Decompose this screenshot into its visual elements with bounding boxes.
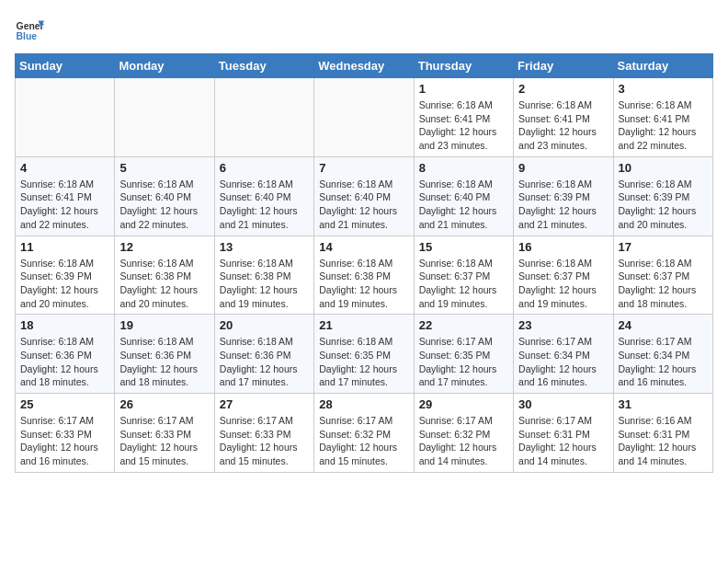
day-cell-25: 25Sunrise: 6:17 AMSunset: 6:33 PMDayligh… — [16, 394, 115, 473]
day-info: Sunrise: 6:17 AMSunset: 6:32 PMDaylight:… — [419, 414, 508, 468]
day-info: Sunrise: 6:18 AMSunset: 6:36 PMDaylight:… — [119, 335, 209, 389]
day-number: 28 — [319, 397, 408, 411]
day-cell-13: 13Sunrise: 6:18 AMSunset: 6:38 PMDayligh… — [214, 236, 313, 315]
day-info: Sunrise: 6:17 AMSunset: 6:33 PMDaylight:… — [119, 414, 209, 468]
dow-header-saturday: Saturday — [613, 54, 712, 78]
day-info: Sunrise: 6:17 AMSunset: 6:35 PMDaylight:… — [419, 335, 508, 389]
day-cell-6: 6Sunrise: 6:18 AMSunset: 6:40 PMDaylight… — [214, 156, 313, 236]
day-number: 7 — [319, 161, 408, 175]
day-cell-31: 31Sunrise: 6:16 AMSunset: 6:31 PMDayligh… — [613, 394, 712, 473]
empty-cell — [115, 78, 214, 157]
day-cell-29: 29Sunrise: 6:17 AMSunset: 6:32 PMDayligh… — [414, 394, 513, 473]
day-cell-21: 21Sunrise: 6:18 AMSunset: 6:35 PMDayligh… — [314, 315, 414, 394]
day-cell-19: 19Sunrise: 6:18 AMSunset: 6:36 PMDayligh… — [115, 315, 214, 394]
day-cell-1: 1Sunrise: 6:18 AMSunset: 6:41 PMDaylight… — [414, 78, 513, 157]
day-cell-18: 18Sunrise: 6:18 AMSunset: 6:36 PMDayligh… — [16, 315, 115, 394]
svg-text:Blue: Blue — [17, 31, 38, 41]
day-cell-4: 4Sunrise: 6:18 AMSunset: 6:41 PMDaylight… — [16, 156, 115, 236]
day-info: Sunrise: 6:18 AMSunset: 6:37 PMDaylight:… — [518, 257, 608, 311]
day-cell-28: 28Sunrise: 6:17 AMSunset: 6:32 PMDayligh… — [314, 394, 414, 473]
day-cell-11: 11Sunrise: 6:18 AMSunset: 6:39 PMDayligh… — [16, 236, 115, 315]
day-cell-20: 20Sunrise: 6:18 AMSunset: 6:36 PMDayligh… — [214, 315, 313, 394]
day-info: Sunrise: 6:18 AMSunset: 6:40 PMDaylight:… — [419, 178, 508, 232]
day-info: Sunrise: 6:18 AMSunset: 6:41 PMDaylight:… — [20, 178, 109, 232]
day-cell-3: 3Sunrise: 6:18 AMSunset: 6:41 PMDaylight… — [613, 78, 712, 157]
day-number: 31 — [619, 397, 708, 411]
day-cell-30: 30Sunrise: 6:17 AMSunset: 6:31 PMDayligh… — [514, 394, 613, 473]
day-info: Sunrise: 6:17 AMSunset: 6:34 PMDaylight:… — [518, 335, 608, 389]
dow-header-sunday: Sunday — [16, 54, 115, 78]
page-header: General Blue — [15, 15, 713, 44]
day-number: 16 — [518, 240, 608, 254]
day-cell-7: 7Sunrise: 6:18 AMSunset: 6:40 PMDaylight… — [314, 156, 414, 236]
day-number: 1 — [419, 82, 508, 96]
day-cell-14: 14Sunrise: 6:18 AMSunset: 6:38 PMDayligh… — [314, 236, 414, 315]
day-cell-2: 2Sunrise: 6:18 AMSunset: 6:41 PMDaylight… — [514, 78, 613, 157]
day-number: 29 — [419, 397, 508, 411]
empty-cell — [314, 78, 414, 157]
day-info: Sunrise: 6:18 AMSunset: 6:39 PMDaylight:… — [619, 178, 708, 232]
logo: General Blue — [15, 15, 44, 44]
day-number: 8 — [419, 161, 508, 175]
day-number: 12 — [119, 240, 209, 254]
dow-header-friday: Friday — [514, 54, 613, 78]
day-number: 18 — [20, 318, 109, 332]
day-number: 25 — [20, 397, 109, 411]
day-info: Sunrise: 6:18 AMSunset: 6:37 PMDaylight:… — [619, 257, 708, 311]
day-info: Sunrise: 6:18 AMSunset: 6:38 PMDaylight:… — [119, 257, 209, 311]
week-row-3: 11Sunrise: 6:18 AMSunset: 6:39 PMDayligh… — [16, 236, 713, 315]
day-info: Sunrise: 6:17 AMSunset: 6:33 PMDaylight:… — [220, 414, 309, 468]
day-info: Sunrise: 6:17 AMSunset: 6:34 PMDaylight:… — [619, 335, 708, 389]
day-number: 5 — [119, 161, 209, 175]
day-number: 19 — [119, 318, 209, 332]
day-cell-12: 12Sunrise: 6:18 AMSunset: 6:38 PMDayligh… — [115, 236, 214, 315]
day-number: 15 — [419, 240, 508, 254]
day-number: 2 — [518, 82, 608, 96]
day-info: Sunrise: 6:18 AMSunset: 6:40 PMDaylight:… — [119, 178, 209, 232]
day-cell-24: 24Sunrise: 6:17 AMSunset: 6:34 PMDayligh… — [613, 315, 712, 394]
week-row-5: 25Sunrise: 6:17 AMSunset: 6:33 PMDayligh… — [16, 394, 713, 473]
day-info: Sunrise: 6:17 AMSunset: 6:31 PMDaylight:… — [518, 414, 608, 468]
day-info: Sunrise: 6:16 AMSunset: 6:31 PMDaylight:… — [619, 414, 708, 468]
day-info: Sunrise: 6:18 AMSunset: 6:36 PMDaylight:… — [220, 335, 309, 389]
day-cell-5: 5Sunrise: 6:18 AMSunset: 6:40 PMDaylight… — [115, 156, 214, 236]
day-number: 3 — [619, 82, 708, 96]
day-number: 10 — [619, 161, 708, 175]
day-cell-15: 15Sunrise: 6:18 AMSunset: 6:37 PMDayligh… — [414, 236, 513, 315]
day-cell-27: 27Sunrise: 6:17 AMSunset: 6:33 PMDayligh… — [214, 394, 313, 473]
day-cell-17: 17Sunrise: 6:18 AMSunset: 6:37 PMDayligh… — [613, 236, 712, 315]
day-info: Sunrise: 6:18 AMSunset: 6:36 PMDaylight:… — [20, 335, 109, 389]
logo-icon: General Blue — [15, 15, 44, 44]
day-number: 24 — [619, 318, 708, 332]
day-info: Sunrise: 6:18 AMSunset: 6:38 PMDaylight:… — [319, 257, 408, 311]
dow-header-tuesday: Tuesday — [214, 54, 313, 78]
day-cell-22: 22Sunrise: 6:17 AMSunset: 6:35 PMDayligh… — [414, 315, 513, 394]
day-info: Sunrise: 6:18 AMSunset: 6:41 PMDaylight:… — [419, 98, 508, 153]
day-info: Sunrise: 6:18 AMSunset: 6:39 PMDaylight:… — [518, 178, 608, 232]
day-cell-16: 16Sunrise: 6:18 AMSunset: 6:37 PMDayligh… — [514, 236, 613, 315]
day-cell-23: 23Sunrise: 6:17 AMSunset: 6:34 PMDayligh… — [514, 315, 613, 394]
week-row-1: 1Sunrise: 6:18 AMSunset: 6:41 PMDaylight… — [16, 78, 713, 157]
dow-header-wednesday: Wednesday — [314, 54, 414, 78]
day-info: Sunrise: 6:18 AMSunset: 6:39 PMDaylight:… — [20, 257, 109, 311]
day-cell-26: 26Sunrise: 6:17 AMSunset: 6:33 PMDayligh… — [115, 394, 214, 473]
week-row-2: 4Sunrise: 6:18 AMSunset: 6:41 PMDaylight… — [16, 156, 713, 236]
day-number: 13 — [220, 240, 309, 254]
empty-cell — [16, 78, 115, 157]
day-number: 11 — [20, 240, 109, 254]
dow-header-thursday: Thursday — [414, 54, 513, 78]
day-number: 26 — [119, 397, 209, 411]
day-number: 23 — [518, 318, 608, 332]
day-number: 20 — [220, 318, 309, 332]
day-cell-10: 10Sunrise: 6:18 AMSunset: 6:39 PMDayligh… — [613, 156, 712, 236]
calendar: SundayMondayTuesdayWednesdayThursdayFrid… — [15, 53, 713, 473]
day-number: 4 — [20, 161, 109, 175]
days-of-week-row: SundayMondayTuesdayWednesdayThursdayFrid… — [16, 54, 713, 78]
day-info: Sunrise: 6:18 AMSunset: 6:35 PMDaylight:… — [319, 335, 408, 389]
day-number: 30 — [518, 397, 608, 411]
day-info: Sunrise: 6:18 AMSunset: 6:41 PMDaylight:… — [619, 98, 708, 153]
day-number: 6 — [220, 161, 309, 175]
day-info: Sunrise: 6:18 AMSunset: 6:41 PMDaylight:… — [518, 98, 608, 153]
day-number: 9 — [518, 161, 608, 175]
day-number: 22 — [419, 318, 508, 332]
